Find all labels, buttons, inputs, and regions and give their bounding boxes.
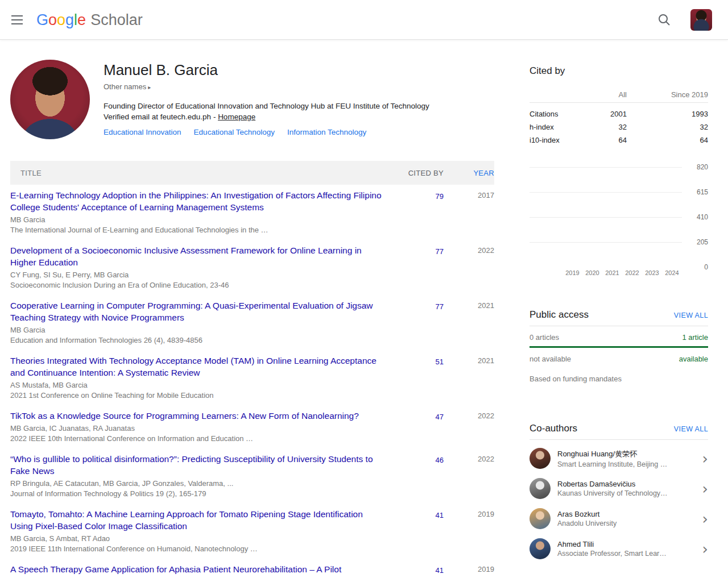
column-cited-by: CITED BY bbox=[392, 169, 444, 177]
publication-year: 2022 bbox=[444, 453, 494, 499]
cited-by-count-link[interactable]: 41 bbox=[436, 511, 444, 519]
cited-by-count-link[interactable]: 77 bbox=[436, 302, 444, 311]
coauthor-row[interactable]: Aras Bozkurt Anadolu University bbox=[530, 504, 708, 534]
cited-by-count-link[interactable]: 51 bbox=[436, 357, 444, 366]
coauthors-view-all-link[interactable]: VIEW ALL bbox=[674, 425, 708, 433]
chart-year-label: 2021 bbox=[602, 269, 622, 276]
chart-year-label: 2020 bbox=[582, 269, 602, 276]
logo-scholar-text: Scholar bbox=[90, 11, 143, 28]
publication-venue: 2021 1st Conference on Online Teaching f… bbox=[10, 390, 384, 401]
publication-title-link[interactable]: A Speech Therapy Game Application for Ap… bbox=[10, 564, 341, 574]
publication-venue: 2022 IEEE 10th International Conference … bbox=[10, 434, 384, 444]
coauthors-section: Co-authors VIEW ALL Ronghuai Huang/黄荣怀 S… bbox=[530, 423, 708, 564]
coauthor-avatar bbox=[530, 508, 551, 529]
publication-row: TikTok as a Knowledge Source for Program… bbox=[10, 405, 494, 448]
account-avatar[interactable] bbox=[690, 9, 712, 31]
homepage-link[interactable]: Homepage bbox=[218, 113, 255, 121]
cited-by-count-link[interactable]: 46 bbox=[436, 456, 444, 464]
public-access-available-count: 1 article bbox=[682, 333, 708, 342]
publication-venue: Education and Information Technologies 2… bbox=[10, 335, 384, 346]
publication-row: E-Learning Technology Adoption in the Ph… bbox=[10, 185, 494, 240]
column-all: All bbox=[584, 90, 627, 99]
coauthor-affiliation: Kaunas University of Technology… bbox=[557, 489, 698, 497]
cited-by-count-link[interactable]: 41 bbox=[436, 566, 444, 575]
publication-title-link[interactable]: E-Learning Technology Adoption in the Ph… bbox=[10, 190, 382, 212]
publication-title-link[interactable]: “Who is gullible to political disinforma… bbox=[10, 454, 373, 476]
chevron-right-icon[interactable] bbox=[698, 451, 708, 466]
logo-letter: e bbox=[77, 11, 86, 28]
stat-label: Citations bbox=[530, 110, 584, 118]
coauthor-name-link[interactable]: Ronghuai Huang/黄荣怀 bbox=[557, 449, 698, 459]
publication-title-link[interactable]: Theories Integrated With Technology Acce… bbox=[10, 356, 377, 377]
publication-title-link[interactable]: Cooperative Learning in Computer Program… bbox=[10, 301, 373, 322]
citations-chart-area: 8206154102050 bbox=[530, 167, 682, 267]
publication-authors: MB Garcia bbox=[10, 325, 384, 335]
verified-email-text: Verified email at feutech.edu.ph - bbox=[104, 113, 218, 121]
stat-value-all: 32 bbox=[584, 123, 627, 131]
cited-by-count-link[interactable]: 79 bbox=[436, 192, 444, 201]
chart-ytick-label: 205 bbox=[697, 238, 708, 246]
publication-authors: MB Garcia, IC Juanatas, RA Juanatas bbox=[10, 423, 384, 434]
public-access-unavailable-label: not available bbox=[530, 355, 571, 363]
interest-link[interactable]: Educational Technology bbox=[194, 128, 275, 136]
profile-main-column: Manuel B. Garcia Other names Founding Di… bbox=[10, 60, 494, 581]
publication-title-link[interactable]: Development of a Socioeconomic Inclusive… bbox=[10, 246, 362, 267]
stat-value-since: 64 bbox=[627, 136, 708, 144]
publication-year: 2017 bbox=[444, 189, 494, 235]
coauthor-name-link[interactable]: Ahmed Tlili bbox=[557, 540, 698, 548]
publication-row: Development of a Socioeconomic Inclusive… bbox=[10, 240, 494, 295]
publication-title-link[interactable]: Tomayto, Tomahto: A Machine Learning App… bbox=[10, 509, 363, 531]
profile-photo[interactable] bbox=[10, 60, 90, 139]
coauthor-row[interactable]: Ronghuai Huang/黄荣怀 Smart Learning Instit… bbox=[530, 443, 708, 473]
google-scholar-logo[interactable]: GoogleScholar bbox=[36, 10, 143, 30]
publication-venue: Socioeconomic Inclusion During an Era of… bbox=[10, 280, 384, 290]
interest-link[interactable]: Educational Innovation bbox=[104, 128, 181, 136]
chevron-right-icon[interactable] bbox=[698, 481, 708, 496]
chevron-right-icon[interactable] bbox=[698, 512, 708, 526]
publication-year: 2022 bbox=[444, 244, 494, 290]
profile-affiliation: Founding Director of Educational Innovat… bbox=[104, 102, 429, 110]
logo-letter: G bbox=[36, 11, 48, 28]
chart-year-label: 2023 bbox=[642, 269, 662, 276]
public-access-view-all-link[interactable]: VIEW ALL bbox=[674, 311, 708, 319]
coauthor-affiliation: Anadolu University bbox=[557, 519, 698, 527]
cited-by-count-link[interactable]: 77 bbox=[436, 247, 444, 256]
publication-authors: AS Mustafa, MB Garcia bbox=[10, 380, 384, 390]
menu-icon[interactable] bbox=[11, 15, 23, 24]
publications-table-header: TITLE CITED BY YEAR bbox=[10, 161, 494, 185]
citations-chart: 8206154102050 201920202021202220232024 bbox=[530, 167, 708, 276]
public-access-unavailable-count: 0 articles bbox=[530, 333, 559, 342]
search-icon[interactable] bbox=[657, 13, 671, 27]
interest-tags: Educational Innovation Educational Techn… bbox=[104, 128, 429, 136]
chart-ytick-label: 0 bbox=[704, 263, 708, 271]
logo-letter: o bbox=[48, 11, 57, 28]
column-since-2019: Since 2019 bbox=[627, 90, 708, 99]
stat-value-all: 2001 bbox=[584, 110, 627, 118]
publication-row: Tomayto, Tomahto: A Machine Learning App… bbox=[10, 504, 494, 559]
publication-year: 2019 bbox=[444, 563, 494, 577]
logo-letter: g bbox=[65, 11, 74, 28]
cited-by-count-link[interactable]: 47 bbox=[436, 413, 444, 421]
citations-chart-bars bbox=[530, 167, 682, 267]
publication-authors: RP Bringula, AE Catacutan, MB Garcia, JP… bbox=[10, 479, 384, 489]
other-names-button[interactable]: Other names bbox=[104, 82, 151, 91]
citation-stats-row: i10-index 64 64 bbox=[530, 134, 708, 147]
column-year-sort-link[interactable]: YEAR bbox=[444, 169, 494, 177]
coauthor-row[interactable]: Robertas Damaševičius Kaunas University … bbox=[530, 473, 708, 504]
publication-venue: 2019 IEEE 11th International Conference … bbox=[10, 544, 384, 554]
citation-stats-table: All Since 2019 Citations 2001 1993 h-ind… bbox=[530, 90, 708, 147]
sidebar: Cited by All Since 2019 Citations 2001 1… bbox=[530, 60, 708, 564]
publication-year: 2022 bbox=[444, 410, 494, 444]
stat-value-since: 1993 bbox=[627, 110, 708, 118]
publication-title-link[interactable]: TikTok as a Knowledge Source for Program… bbox=[10, 411, 359, 421]
publication-authors: CY Fung, SI Su, E Perry, MB Garcia bbox=[10, 270, 384, 280]
citation-stats-row: h-index 32 32 bbox=[530, 120, 708, 134]
coauthor-row[interactable]: Ahmed Tlili Associate Professor, Smart L… bbox=[530, 534, 708, 564]
publication-venue: The International Journal of E-Learning … bbox=[10, 225, 384, 235]
coauthors-list: Ronghuai Huang/黄荣怀 Smart Learning Instit… bbox=[530, 443, 708, 564]
coauthor-name-link[interactable]: Aras Bozkurt bbox=[557, 510, 698, 518]
interest-link[interactable]: Information Technology bbox=[287, 128, 366, 136]
chevron-right-icon[interactable] bbox=[698, 542, 708, 556]
coauthor-name-link[interactable]: Robertas Damaševičius bbox=[557, 480, 698, 488]
publication-row: Theories Integrated With Technology Acce… bbox=[10, 350, 494, 405]
